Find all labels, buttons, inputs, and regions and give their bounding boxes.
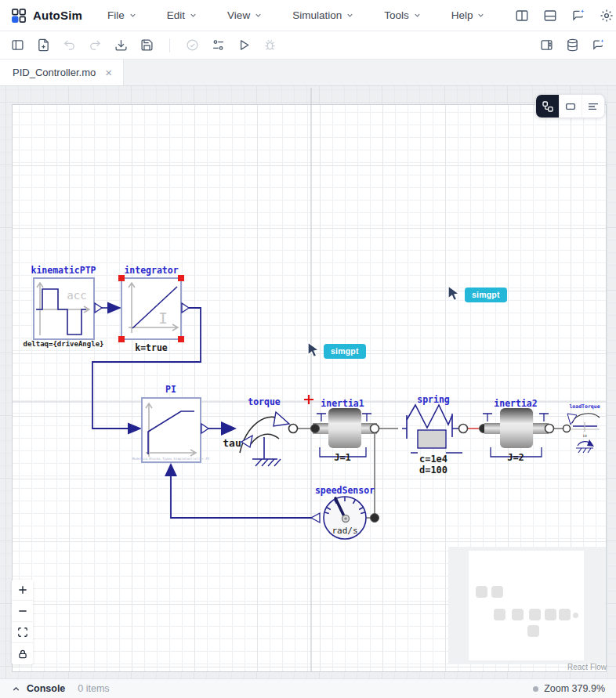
tab-close-icon[interactable]: × <box>105 67 112 78</box>
debug-button[interactable] <box>263 38 277 52</box>
minimap-node <box>512 609 524 620</box>
settings-button[interactable] <box>600 9 614 23</box>
collab-cursor-badge: simgpt <box>465 288 507 302</box>
diagram-canvas[interactable]: kinematicPTP acc deltaq={driveAngle} int… <box>0 86 616 678</box>
diagram-view-button[interactable] <box>536 95 559 118</box>
flange-port[interactable] <box>371 514 379 523</box>
node-param-d: d=100 <box>419 465 448 476</box>
minimap-node <box>573 613 578 618</box>
check-model-button[interactable] <box>186 38 199 52</box>
zoom-status-dot <box>533 686 538 692</box>
node-param: J=2 <box>507 452 524 463</box>
undo-button[interactable] <box>63 38 76 52</box>
menu-file[interactable]: File <box>107 9 137 21</box>
origin-cross-marker <box>304 395 313 404</box>
node-type-text: Modelica.Blocks.Types.SimpleController.P… <box>132 457 210 461</box>
chevron-down-icon <box>476 11 485 20</box>
zoom-in-button[interactable] <box>12 580 33 601</box>
node-integrator[interactable]: integrator I k=true <box>118 265 189 353</box>
node-pi[interactable]: PI Modelica.Blocks.Types.SimpleControlle… <box>132 384 210 462</box>
library-browser-button[interactable] <box>566 38 579 52</box>
node-spring[interactable]: spring c=1e4 d=100 <box>402 394 488 476</box>
node-loadtorque[interactable]: loadTorque 10 <box>563 403 600 453</box>
logo-blocks-icon <box>11 8 27 24</box>
connection-speedsensor-pi[interactable] <box>165 463 312 518</box>
flange-b-port[interactable] <box>545 425 554 433</box>
flange-b-port[interactable] <box>371 425 379 433</box>
flange-a-port[interactable] <box>311 425 320 433</box>
menu-simulation[interactable]: Simulation <box>292 9 354 21</box>
node-param: k=true <box>135 342 168 353</box>
menu-tools[interactable]: Tools <box>384 9 422 21</box>
layout-panels-button[interactable] <box>540 38 553 52</box>
rectangle-icon <box>564 100 577 113</box>
minimap[interactable] <box>448 547 606 664</box>
reactflow-attribution[interactable]: React Flow <box>567 663 607 671</box>
icon-view-button[interactable] <box>559 95 582 118</box>
download-button[interactable] <box>114 38 128 52</box>
node-label: speedSensor <box>315 485 375 496</box>
console-toggle[interactable]: Console <box>11 683 65 694</box>
run-simulation-button[interactable] <box>237 38 251 52</box>
node-label: inertia2 <box>494 398 537 409</box>
output-port[interactable] <box>311 513 320 523</box>
node-inertia2[interactable]: inertia2 J=2 <box>483 398 554 463</box>
node-param-c: c=1e4 <box>419 454 448 465</box>
flange-port[interactable] <box>289 425 298 433</box>
check-circle-icon <box>186 38 199 52</box>
minus-icon <box>17 606 28 617</box>
output-port[interactable] <box>95 303 102 313</box>
panel-left-toggle-button[interactable] <box>515 9 529 23</box>
app-title: AutoSim <box>33 9 82 22</box>
output-port[interactable] <box>201 424 208 433</box>
menu-view[interactable]: View <box>227 9 263 21</box>
panel-layout-icon <box>540 38 553 52</box>
node-value: 10 <box>582 434 587 438</box>
ai-chat-button[interactable] <box>571 9 585 23</box>
lock-icon <box>17 649 28 660</box>
simulation-setup-button[interactable] <box>212 38 225 52</box>
node-label: loadTorque <box>569 403 600 410</box>
flange-port[interactable] <box>563 425 571 432</box>
tab-pid-controller[interactable]: PID_Controller.mo × <box>0 60 124 85</box>
play-icon <box>237 38 251 52</box>
ai-assistant-button[interactable] <box>592 38 605 52</box>
lock-button[interactable] <box>12 643 33 664</box>
save-button[interactable] <box>140 38 154 52</box>
node-label: inertia1 <box>321 398 364 409</box>
app-header: AutoSim File Edit View Simulation Tools … <box>0 0 616 31</box>
toggle-sidebar-button[interactable] <box>11 38 24 52</box>
app-logo: AutoSim <box>11 8 82 24</box>
node-inertia1[interactable]: inertia1 J=1 <box>311 398 379 463</box>
node-param: deltaq={driveAngle} <box>24 340 104 348</box>
fit-view-button[interactable] <box>12 622 33 643</box>
menu-edit[interactable]: Edit <box>167 9 197 21</box>
view-mode-toggle <box>535 94 605 118</box>
node-kinematicptp[interactable]: kinematicPTP acc deltaq={driveAngle} <box>24 265 104 348</box>
connection-pi-torque[interactable] <box>208 421 237 436</box>
new-file-button[interactable] <box>37 38 50 52</box>
tab-bar: PID_Controller.mo × <box>0 60 616 86</box>
node-label: spring <box>417 394 450 405</box>
output-port[interactable] <box>182 303 189 313</box>
chevron-down-icon <box>346 11 354 20</box>
text-view-button[interactable] <box>582 95 604 118</box>
zoom-out-button[interactable] <box>12 601 33 622</box>
node-torque[interactable]: torque tau <box>223 396 297 466</box>
download-icon <box>114 38 128 52</box>
node-speedsensor[interactable]: speedSensor rad/s <box>311 485 379 539</box>
menu-help[interactable]: Help <box>451 9 486 21</box>
workflow-icon <box>542 100 554 113</box>
panel-bottom-toggle-button[interactable] <box>543 9 557 23</box>
undo-icon <box>63 38 76 52</box>
node-label: torque <box>248 396 281 407</box>
chat-spark-icon <box>571 9 585 23</box>
tau-label: tau <box>223 437 241 449</box>
connection-kinematicptp-integrator[interactable] <box>101 302 121 314</box>
status-bar: Console 0 items Zoom 379.9% <box>0 678 616 698</box>
minimap-node <box>527 625 539 637</box>
redo-button[interactable] <box>89 38 102 52</box>
console-items-count: 0 items <box>78 683 109 694</box>
minimap-viewport[interactable] <box>469 551 584 660</box>
flange-a-port[interactable] <box>459 425 468 433</box>
